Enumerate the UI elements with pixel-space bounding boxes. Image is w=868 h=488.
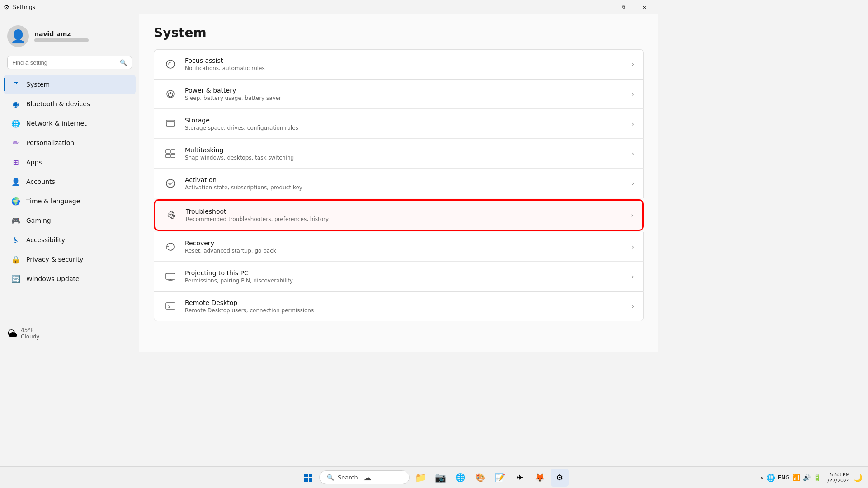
multitasking-chevron: › — [632, 150, 634, 157]
projecting-icon — [163, 269, 178, 284]
search-box[interactable]: 🔍 — [7, 56, 132, 69]
accounts-icon: 👤 — [11, 177, 21, 187]
sidebar-item-label: Bluetooth & devices — [26, 100, 90, 108]
settings-item-multitasking[interactable]: Multitasking Snap windows, desktops, tas… — [154, 139, 644, 169]
settings-item-focus-assist[interactable]: Focus assist Notifications, automatic ru… — [154, 49, 644, 79]
settings-item-storage[interactable]: Storage Storage space, drives, configura… — [154, 109, 644, 139]
user-section: 👤 navid amz — [0, 22, 139, 54]
power-text: Power & battery Sleep, battery usage, ba… — [185, 87, 624, 101]
privacy-icon: 🔒 — [11, 254, 21, 264]
settings-item-power[interactable]: Power & battery Sleep, battery usage, ba… — [154, 79, 644, 109]
sidebar-item-accounts[interactable]: 👤 Accounts — [4, 172, 136, 191]
settings-item-projecting[interactable]: Projecting to this PC Permissions, pairi… — [154, 262, 644, 291]
main-content: System Focus assist Notifications, autom… — [139, 14, 658, 352]
settings-item-recovery[interactable]: Recovery Reset, advanced startup, go bac… — [154, 232, 644, 262]
recovery-chevron: › — [632, 243, 634, 250]
sidebar-item-system[interactable]: 🖥 System — [4, 75, 136, 94]
sidebar-item-label: Windows Update — [26, 275, 80, 282]
weather-icon: 🌥 — [7, 328, 17, 339]
sidebar-item-gaming[interactable]: 🎮 Gaming — [4, 211, 136, 230]
focus-assist-text: Focus assist Notifications, automatic ru… — [185, 57, 624, 71]
titlebar-controls: — ⧉ ✕ — [592, 0, 655, 14]
recovery-desc: Reset, advanced startup, go back — [185, 248, 624, 254]
weather-temp: 45°F — [21, 327, 33, 333]
projecting-text: Projecting to this PC Permissions, pairi… — [185, 269, 624, 284]
weather-condition: Cloudy — [21, 333, 39, 340]
remote-desktop-chevron: › — [632, 303, 634, 310]
activation-desc: Activation state, subscriptions, product… — [185, 184, 624, 191]
network-icon: 🌐 — [11, 118, 21, 128]
sidebar-item-label: Personalization — [26, 139, 74, 146]
window: 👤 navid amz 🔍 🖥 System ◉ Bluetooth & dev… — [0, 14, 658, 352]
storage-text: Storage Storage space, drives, configura… — [185, 117, 624, 131]
settings-item-troubleshoot[interactable]: Troubleshoot Recommended troubleshooters… — [154, 199, 644, 231]
svg-rect-7 — [171, 154, 175, 158]
sidebar-item-label: Privacy & security — [26, 256, 83, 263]
sidebar-item-time[interactable]: 🌍 Time & language — [4, 192, 136, 211]
sidebar-item-bluetooth[interactable]: ◉ Bluetooth & devices — [4, 94, 136, 113]
sidebar: 👤 navid amz 🔍 🖥 System ◉ Bluetooth & dev… — [0, 14, 139, 352]
search-input[interactable] — [12, 59, 116, 66]
recovery-title: Recovery — [185, 239, 624, 247]
power-desc: Sleep, battery usage, battery saver — [185, 95, 624, 101]
svg-rect-6 — [166, 154, 170, 158]
gaming-icon: 🎮 — [11, 216, 21, 225]
power-chevron: › — [632, 90, 634, 98]
settings-item-remote-desktop[interactable]: Remote Desktop Remote Desktop users, con… — [154, 291, 644, 321]
sidebar-item-personalization[interactable]: ✏️ Personalization — [4, 133, 136, 152]
svg-point-9 — [170, 214, 173, 216]
power-title: Power & battery — [185, 87, 624, 94]
update-icon: 🔄 — [11, 274, 21, 284]
multitasking-text: Multitasking Snap windows, desktops, tas… — [185, 146, 624, 161]
titlebar-left: ⚙ Settings — [4, 4, 35, 11]
avatar: 👤 — [7, 25, 29, 47]
troubleshoot-chevron: › — [631, 211, 633, 219]
svg-point-8 — [166, 179, 175, 188]
sidebar-item-apps[interactable]: ⊞ Apps — [4, 153, 136, 172]
minimize-button[interactable]: — — [592, 0, 613, 14]
page-title: System — [154, 25, 644, 40]
sidebar-item-label: System — [26, 81, 50, 88]
storage-desc: Storage space, drives, configuration rul… — [185, 125, 624, 131]
user-sub — [34, 38, 89, 42]
avatar-icon: 👤 — [10, 29, 26, 44]
search-icon: 🔍 — [120, 59, 127, 66]
activation-text: Activation Activation state, subscriptio… — [185, 176, 624, 191]
projecting-title: Projecting to this PC — [185, 269, 624, 277]
activation-title: Activation — [185, 176, 624, 183]
weather-section: 🌥 45°F Cloudy — [0, 322, 139, 345]
remote-desktop-text: Remote Desktop Remote Desktop users, con… — [185, 299, 624, 314]
close-button[interactable]: ✕ — [634, 0, 655, 14]
sidebar-item-label: Time & language — [26, 197, 80, 205]
troubleshoot-icon — [164, 208, 179, 222]
recovery-icon — [163, 239, 178, 254]
sidebar-item-accessibility[interactable]: ♿ Accessibility — [4, 230, 136, 249]
svg-rect-10 — [166, 273, 175, 279]
svg-rect-11 — [166, 303, 175, 309]
sidebar-item-privacy[interactable]: 🔒 Privacy & security — [4, 250, 136, 269]
svg-point-0 — [166, 60, 175, 68]
troubleshoot-desc: Recommended troubleshooters, preferences… — [186, 216, 623, 222]
user-info: navid amz — [34, 30, 89, 42]
storage-icon — [163, 117, 178, 131]
focus-assist-chevron: › — [632, 61, 634, 68]
settings-list: Focus assist Notifications, automatic ru… — [154, 49, 644, 321]
apps-icon: ⊞ — [11, 157, 21, 167]
maximize-button[interactable]: ⧉ — [613, 0, 634, 14]
sidebar-item-label: Accounts — [26, 178, 55, 185]
weather-text: 45°F Cloudy — [21, 327, 39, 340]
remote-desktop-desc: Remote Desktop users, connection permiss… — [185, 307, 624, 314]
settings-item-activation[interactable]: Activation Activation state, subscriptio… — [154, 169, 644, 198]
accessibility-icon: ♿ — [11, 235, 21, 245]
sidebar-item-network[interactable]: 🌐 Network & internet — [4, 114, 136, 133]
projecting-desc: Permissions, pairing PIN, discoverabilit… — [185, 277, 624, 284]
sidebar-item-update[interactable]: 🔄 Windows Update — [4, 269, 136, 288]
troubleshoot-text: Troubleshoot Recommended troubleshooters… — [186, 208, 623, 222]
multitasking-title: Multitasking — [185, 146, 624, 154]
focus-assist-icon — [163, 57, 178, 71]
svg-rect-4 — [166, 150, 170, 153]
remote-desktop-title: Remote Desktop — [185, 299, 624, 306]
personalization-icon: ✏️ — [11, 138, 21, 148]
sidebar-item-label: Apps — [26, 159, 42, 166]
sidebar-item-label: Gaming — [26, 217, 51, 224]
